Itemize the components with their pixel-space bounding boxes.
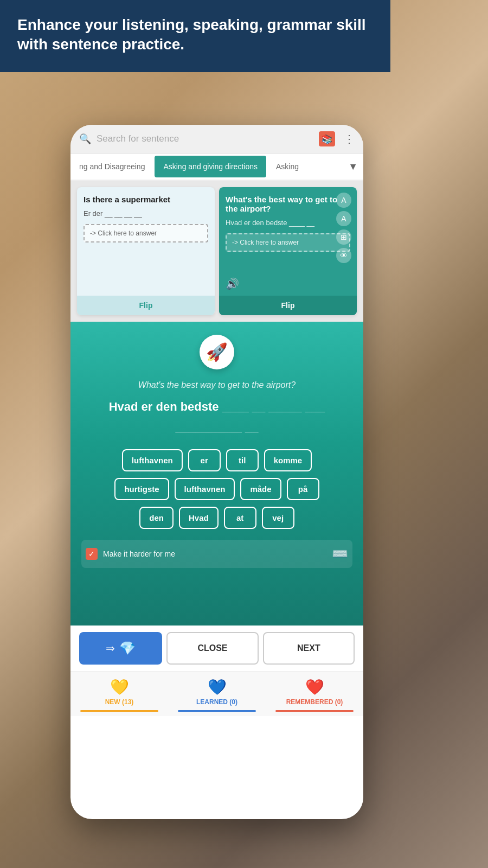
word-row-3: den Hvad at vej <box>139 507 294 529</box>
harder-label: Make it harder for me <box>103 550 175 558</box>
search-icon: 🔍 <box>79 133 91 145</box>
tab-chevron-icon[interactable]: ▼ <box>343 161 363 173</box>
grid-icon: ⊞ <box>336 229 351 245</box>
exercise-question-en: What's the best way to get to the airpor… <box>81 380 352 390</box>
phone-mockup: 🔍 Search for sentence 📚 ⋮ ng and Disagre… <box>70 125 363 819</box>
card-left-body: Is there a supermarket Er der __ __ __ _… <box>77 187 215 296</box>
card-right-subtitle: Hvad er den bedste ____ __ <box>226 219 350 227</box>
card-left-click-answer[interactable]: -> Click here to answer <box>84 224 208 242</box>
close-button[interactable]: CLOSE <box>166 632 258 665</box>
card-right-click-answer[interactable]: -> Click here to answer <box>226 233 350 252</box>
card-right-body: A A ⊞ 👁 What's the best way to get to th… <box>219 187 357 296</box>
exercise-panel: 🚀 What's the best way to get to the airp… <box>70 322 363 626</box>
stat-new-bar <box>80 710 158 712</box>
search-bar[interactable]: 🔍 Search for sentence 📚 ⋮ <box>70 125 363 154</box>
word-btn-er[interactable]: er <box>188 449 221 471</box>
stat-learned-bar <box>178 710 256 712</box>
card-right-icons: A A ⊞ 👁 <box>336 193 351 263</box>
tab-asking[interactable]: Asking <box>267 156 307 177</box>
top-banner: Enhance your listening, speaking, gramma… <box>0 0 390 72</box>
next-button[interactable]: NEXT <box>263 632 355 665</box>
harder-left: ✓ Make it harder for me <box>86 548 175 560</box>
card-left-subtitle: Er der __ __ __ __ <box>84 209 208 218</box>
word-btn-lufthavnen2[interactable]: lufthavnen <box>175 478 235 500</box>
action-buttons: ⇒ 💎 CLOSE NEXT <box>70 626 363 671</box>
book-icon[interactable]: 📚 <box>319 131 335 146</box>
font-icon: A <box>336 193 351 208</box>
stat-learned-gem: 💙 <box>208 678 227 696</box>
rocket-icon: 🚀 <box>200 335 234 369</box>
bottom-stats: 💛 NEW (13) 💙 LEARNED (0) ❤️ REMEMBERED (… <box>70 671 363 716</box>
harder-checkbox[interactable]: ✓ <box>86 548 98 560</box>
font-icon-2: A <box>336 211 351 226</box>
word-btn-hvad[interactable]: Hvad <box>179 507 219 529</box>
word-btn-hurtigste[interactable]: hurtigste <box>114 478 169 500</box>
card-right-title: What's the best way to get to the airpor… <box>226 195 350 213</box>
card-supermarket[interactable]: Is there a supermarket Er der __ __ __ _… <box>77 187 215 315</box>
exercise-answer-da: Hvad er den bedste ____ __ _____ ___ <box>81 399 352 416</box>
arrows-button[interactable]: ⇒ 💎 <box>79 632 162 665</box>
word-row-1: lufthavnen er til komme <box>122 449 312 471</box>
sound-icon[interactable]: 🔊 <box>226 277 239 290</box>
diamond-icon: 💎 <box>119 641 136 656</box>
search-placeholder[interactable]: Search for sentence <box>97 133 313 144</box>
stat-remembered[interactable]: ❤️ REMEMBERED (0) <box>266 678 363 712</box>
stat-learned-label: LEARNED (0) <box>196 698 237 706</box>
word-btn-maade[interactable]: måde <box>240 478 281 500</box>
rocket-wrap: 🚀 <box>81 335 352 369</box>
more-icon[interactable]: ⋮ <box>344 132 355 145</box>
word-row-2: hurtigste lufthavnen måde på <box>114 478 319 500</box>
tabs-row: ng and Disagreeing Asking and giving dir… <box>70 154 363 181</box>
cards-area: Is there a supermarket Er der __ __ __ _… <box>70 181 363 322</box>
eye-icon: 👁 <box>336 248 351 263</box>
word-btn-komme[interactable]: komme <box>264 449 312 471</box>
stat-learned[interactable]: 💙 LEARNED (0) <box>168 678 266 712</box>
stat-remembered-gem: ❤️ <box>305 678 324 696</box>
card-right-flip[interactable]: Flip <box>219 296 357 315</box>
word-btn-den[interactable]: den <box>139 507 174 529</box>
arrows-left-icon: ⇒ <box>106 642 115 655</box>
word-btn-paa[interactable]: på <box>287 478 319 500</box>
stat-remembered-bar <box>275 710 354 712</box>
banner-text: Enhance your listening, speaking, gramma… <box>17 15 373 55</box>
stat-remembered-label: REMEMBERED (0) <box>286 698 343 706</box>
card-left-title: Is there a supermarket <box>84 195 208 204</box>
card-airport[interactable]: A A ⊞ 👁 What's the best way to get to th… <box>219 187 357 315</box>
word-btn-at[interactable]: at <box>224 507 256 529</box>
tab-directions[interactable]: Asking and giving directions <box>155 156 266 177</box>
tab-disagreeing[interactable]: ng and Disagreeing <box>70 156 153 177</box>
exercise-answer-da-2: __________ __ <box>81 420 352 434</box>
word-btn-vej[interactable]: vej <box>262 507 294 529</box>
harder-row: ✓ Make it harder for me ⌨️ <box>81 540 352 568</box>
card-left-flip[interactable]: Flip <box>77 296 215 315</box>
word-buttons-area: lufthavnen er til komme hurtigste luftha… <box>81 449 352 529</box>
word-btn-til[interactable]: til <box>226 449 259 471</box>
stat-new[interactable]: 💛 NEW (13) <box>70 678 168 712</box>
keyboard-icon[interactable]: ⌨️ <box>332 546 348 561</box>
word-btn-lufthavnen1[interactable]: lufthavnen <box>122 449 183 471</box>
stat-new-gem: 💛 <box>110 678 129 696</box>
stat-new-label: NEW (13) <box>105 698 134 706</box>
